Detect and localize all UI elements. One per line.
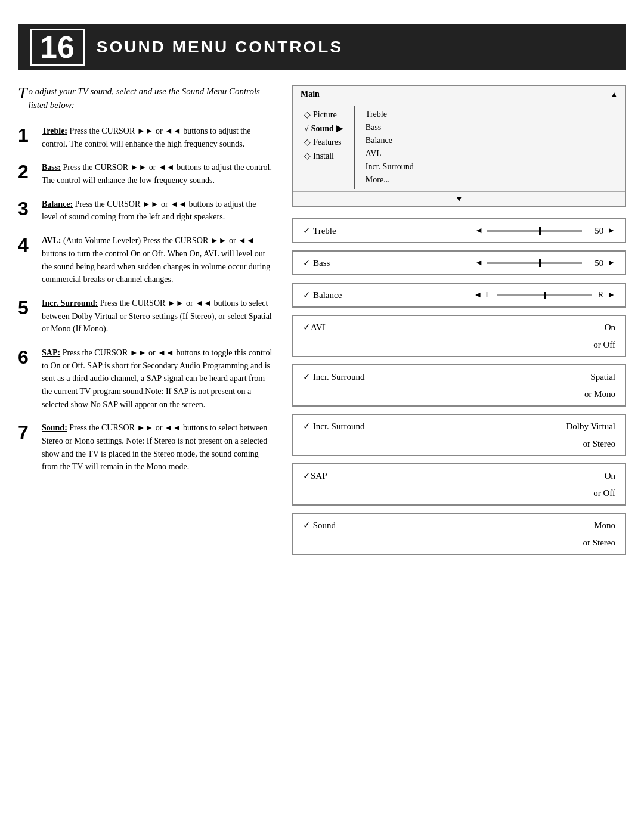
- incr-surround-1-value2: or Mono: [584, 389, 615, 399]
- step-body-3: Press the CURSOR ►► or ◄◄ buttons to adj…: [42, 200, 256, 222]
- incr-surround-1-label: ✓ Incr. Surround: [303, 371, 364, 382]
- sound-check-icon: √: [304, 124, 309, 134]
- menu-item-features[interactable]: ◇ Features: [301, 135, 346, 149]
- balance-right-label: R: [598, 290, 603, 300]
- more-label: More...: [366, 175, 390, 184]
- incr-surround-2-row: ✓ Incr. Surround Dolby Virtual: [293, 415, 625, 438]
- step-2: 2 Bass: Press the CURSOR ►► or ◄◄ button…: [18, 161, 274, 187]
- install-icon: ◇: [304, 151, 311, 161]
- menu-item-picture[interactable]: ◇ Picture: [301, 108, 346, 122]
- picture-icon: ◇: [304, 110, 311, 120]
- bass-right-arrow[interactable]: ►: [607, 258, 615, 268]
- sound-check-icon: ✓: [303, 520, 311, 530]
- step-heading-1: Treble:: [42, 126, 67, 135]
- page-header: 16 Sound Menu Controls: [18, 24, 626, 70]
- menu-right-avl[interactable]: AVL: [363, 147, 416, 160]
- menu-box: Main ▲ ◇ Picture √ Sound ▶ ◇ F: [292, 85, 626, 207]
- balance-control: ✓ Balance ◄ L R ►: [292, 283, 626, 308]
- bass-text: Bass: [313, 258, 330, 268]
- incr-surround-1-row2: or Mono: [293, 388, 625, 405]
- balance-slider-track[interactable]: [497, 294, 592, 296]
- bass-left-arrow[interactable]: ◄: [475, 258, 483, 268]
- step-5: 5 Incr. Surround: Press the CURSOR ►► or…: [18, 297, 274, 336]
- menu-right-treble[interactable]: Treble: [363, 108, 416, 121]
- incr-surround-2-value1: Dolby Virtual: [566, 421, 615, 432]
- avl-control: ✓AVL On or Off: [292, 315, 626, 357]
- menu-right-incr-surround[interactable]: Incr. Surround: [363, 160, 416, 173]
- balance-left-label: L: [485, 290, 491, 300]
- balance-left-arrow[interactable]: ◄: [473, 290, 482, 300]
- avl-text: AVL: [311, 323, 328, 332]
- menu-right-bass[interactable]: Bass: [363, 121, 416, 134]
- incr-surround-label: Incr. Surround: [366, 162, 414, 171]
- treble-slider-track[interactable]: [487, 230, 582, 232]
- bass-slider-track[interactable]: [487, 262, 582, 264]
- page-title: Sound Menu Controls: [97, 38, 343, 57]
- menu-item-install[interactable]: ◇ Install: [301, 149, 346, 163]
- balance-right-arrow[interactable]: ►: [607, 290, 615, 300]
- right-column: Main ▲ ◇ Picture √ Sound ▶ ◇ F: [292, 85, 626, 562]
- balance-check-icon: ✓: [303, 290, 311, 300]
- step-body-7: Press the CURSOR ►► or ◄◄ buttons to sel…: [42, 423, 267, 471]
- balance-label: ✓ Balance: [303, 290, 398, 300]
- step-heading-4: AVL:: [42, 236, 61, 245]
- balance-slider-area: ◄ L R ►: [398, 290, 615, 300]
- step-number-4: 4: [18, 235, 35, 255]
- menu-body: ◇ Picture √ Sound ▶ ◇ Features ◇ Insta: [293, 103, 625, 191]
- features-label: Features: [313, 138, 341, 147]
- sound-arrow-icon: ▶: [336, 123, 343, 134]
- balance-text: Balance: [313, 290, 342, 300]
- step-6: 6 SAP: Press the CURSOR ►► or ◄◄ buttons…: [18, 346, 274, 411]
- step-number-2: 2: [18, 162, 35, 181]
- menu-header: Main ▲: [293, 86, 625, 103]
- balance-slider-thumb: [544, 292, 546, 299]
- sound-control: ✓ Sound Mono or Stereo: [292, 513, 626, 555]
- treble-check-icon: ✓: [303, 225, 311, 236]
- menu-right-balance[interactable]: Balance: [363, 134, 416, 147]
- step-number-1: 1: [18, 126, 35, 145]
- install-label: Install: [313, 151, 334, 161]
- sound-value1: Mono: [594, 520, 615, 531]
- picture-label: Picture: [313, 110, 337, 120]
- drop-cap: T: [18, 85, 27, 101]
- menu-up-arrow-icon: ▲: [611, 90, 618, 99]
- treble-value: 50: [586, 226, 603, 236]
- step-number-6: 6: [18, 348, 35, 367]
- bass-value: 50: [586, 258, 603, 268]
- incr-surround-1-row: ✓ Incr. Surround Spatial: [293, 365, 625, 388]
- incr-surround-1-value1: Spatial: [590, 372, 615, 382]
- content-wrapper: To adjust your TV sound, select and use …: [18, 85, 626, 562]
- avl-label: AVL: [366, 149, 382, 158]
- treble-control: ✓ Treble ◄ 50 ►: [292, 218, 626, 243]
- sound-label: Sound: [311, 124, 334, 134]
- sound-row2: or Stereo: [293, 537, 625, 554]
- features-icon: ◇: [304, 137, 311, 147]
- sap-text: SAP: [311, 471, 327, 480]
- step-body-1: Press the CURSOR ►► or ◄◄ buttons to adj…: [42, 126, 250, 148]
- bass-slider-area: ◄ 50 ►: [398, 258, 615, 268]
- treble-label: Treble: [366, 110, 387, 119]
- incr-surround-2-control: ✓ Incr. Surround Dolby Virtual or Stereo: [292, 414, 626, 456]
- sound-label: ✓ Sound: [303, 520, 336, 531]
- incr-surround-2-row2: or Stereo: [293, 438, 625, 455]
- sap-row2: or Off: [293, 487, 625, 504]
- step-7: 7 Sound: Press the CURSOR ►► or ◄◄ butto…: [18, 421, 274, 473]
- menu-right-more[interactable]: More...: [363, 173, 416, 187]
- step-heading-2: Bass:: [42, 163, 61, 172]
- avl-row: ✓AVL On: [293, 316, 625, 339]
- treble-slider-thumb: [539, 227, 541, 235]
- treble-right-arrow[interactable]: ►: [607, 226, 615, 235]
- bass-label: ✓ Bass: [303, 258, 398, 268]
- step-content-4: AVL: (Auto Volume Leveler) Press the CUR…: [42, 234, 274, 286]
- step-heading-5: Incr. Surround:: [42, 299, 98, 308]
- sap-label: ✓SAP: [303, 470, 327, 481]
- bass-label: Bass: [366, 123, 381, 132]
- incr-surround-2-value2: or Stereo: [583, 439, 615, 449]
- menu-item-sound[interactable]: √ Sound ▶: [301, 122, 346, 135]
- treble-left-arrow[interactable]: ◄: [475, 226, 483, 235]
- left-column: To adjust your TV sound, select and use …: [18, 85, 274, 562]
- sound-text: Sound: [311, 520, 336, 530]
- step-body-2: Press the CURSOR ►► or ◄◄ buttons to adj…: [42, 163, 272, 185]
- treble-label: ✓ Treble: [303, 225, 398, 236]
- step-heading-7: Sound:: [42, 423, 67, 432]
